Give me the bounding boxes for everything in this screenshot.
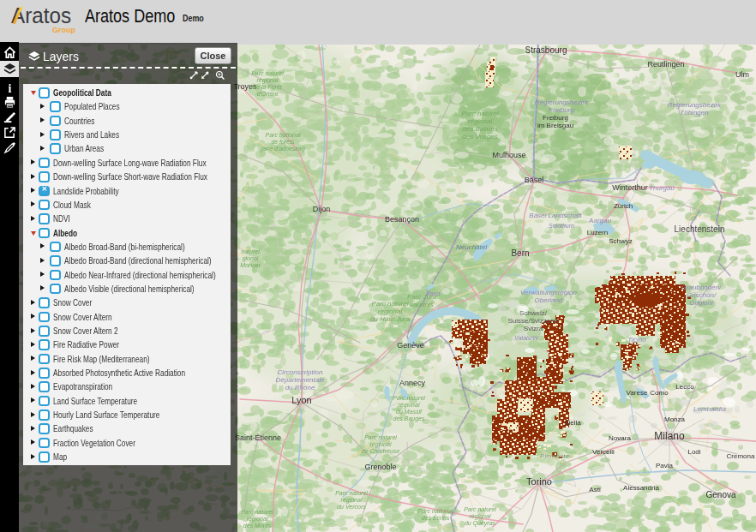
svg-text:Monza: Monza	[664, 415, 686, 423]
svg-text:du Vercors: du Vercors	[337, 504, 366, 510]
svg-text:Vercelli: Vercelli	[592, 448, 615, 456]
svg-text:im Breisgau: im Breisgau	[537, 122, 573, 129]
svg-text:Parc naturel: Parc naturel	[371, 300, 408, 308]
svg-text:Asti: Asti	[589, 486, 601, 493]
svg-text:Parc national: Parc national	[266, 132, 301, 138]
svg-text:Verwaltungsregion: Verwaltungsregion	[520, 289, 578, 296]
svg-text:Grenoble: Grenoble	[364, 463, 396, 471]
svg-text:Pavia: Pavia	[656, 462, 674, 469]
svg-text:Grischùn/: Grischùn/	[687, 291, 717, 299]
svg-text:Piemonte: Piemonte	[540, 452, 569, 460]
svg-text:Départementale: Départementale	[276, 376, 325, 384]
svg-text:Parc naturel: Parc naturel	[393, 395, 425, 401]
svg-text:régional: régional	[470, 513, 491, 520]
svg-text:Parc naturel: Parc naturel	[251, 70, 284, 76]
svg-text:vaudois: vaudois	[410, 301, 434, 308]
svg-text:Schwyz: Schwyz	[609, 237, 633, 245]
svg-text:Grigioni: Grigioni	[689, 299, 713, 307]
svg-text:d'Orient: d'Orient	[257, 91, 279, 97]
svg-text:Mulhouse: Mulhouse	[492, 151, 525, 159]
svg-text:des Ballons: des Ballons	[462, 125, 497, 133]
svg-text:Annecy: Annecy	[399, 379, 426, 387]
svg-text:Biella: Biella	[564, 419, 581, 427]
svg-text:du Queyras: du Queyras	[465, 520, 496, 527]
svg-text:Lombardia: Lombardia	[693, 405, 726, 413]
svg-text:Tübingen: Tübingen	[680, 109, 709, 117]
svg-text:Parc national: Parc national	[418, 508, 453, 514]
svg-text:Freiburg: Freiburg	[549, 106, 574, 114]
svg-text:Lyon: Lyon	[291, 395, 311, 405]
svg-text:Vaud: Vaud	[426, 290, 441, 296]
svg-text:régional: régional	[341, 497, 363, 504]
svg-text:des Écrins: des Écrins	[422, 514, 450, 521]
svg-text:naturel: naturel	[241, 248, 260, 254]
svg-text:régional: régional	[378, 308, 403, 315]
svg-text:Liechtenstein: Liechtenstein	[675, 224, 725, 234]
svg-text:(aire d'adhésion): (aire d'adhésion)	[261, 146, 305, 152]
svg-text:Bern: Bern	[511, 248, 529, 258]
svg-text:Ulm: Ulm	[735, 70, 749, 79]
svg-text:Bâsel Landschaft: Bâsel Landschaft	[529, 212, 582, 219]
svg-text:i: i	[8, 82, 11, 95]
svg-text:Lecco: Lecco	[675, 383, 694, 391]
svg-text:Valais/W: Valais/W	[514, 335, 539, 341]
svg-text:régional: régional	[257, 77, 279, 84]
svg-text:du Massif: du Massif	[396, 409, 423, 415]
svg-text:Ticino: Ticino	[627, 336, 646, 344]
svg-text:Milano: Milano	[654, 430, 685, 442]
svg-text:régional: régional	[247, 516, 268, 523]
svg-text:Como: Como	[650, 389, 669, 397]
svg-text:Regierungsbezirk: Regierungsbezirk	[535, 99, 589, 106]
svg-text:des Vosges: des Vosges	[462, 133, 498, 140]
svg-text:Parc naturel: Parc naturel	[335, 490, 368, 496]
svg-text:Morvan: Morvan	[240, 262, 260, 268]
svg-text:régional: régional	[370, 441, 392, 448]
svg-text:Aargau: Aargau	[588, 217, 611, 224]
svg-text:Oberland: Oberland	[535, 296, 563, 304]
svg-text:Lodi: Lodi	[687, 448, 700, 456]
svg-text:de forêts: de forêts	[271, 139, 295, 145]
svg-text:Freiburg: Freiburg	[543, 114, 568, 122]
svg-text:régional: régional	[468, 117, 493, 125]
svg-text:Parc naturel: Parc naturel	[461, 110, 498, 117]
svg-text:Saint-Étienne: Saint-Étienne	[235, 433, 281, 442]
svg-text:Varese: Varese	[627, 389, 648, 397]
svg-text:Parc naturel: Parc naturel	[241, 509, 273, 515]
svg-text:des Monts: des Monts	[243, 523, 272, 529]
svg-text:Circonscription: Circonscription	[278, 368, 323, 376]
svg-text:Suisse/Svizzera/: Suisse/Svizzera/	[507, 317, 559, 325]
svg-text:gional: gional	[243, 255, 259, 262]
svg-text:Torino: Torino	[526, 476, 552, 487]
svg-text:Besançon: Besançon	[385, 215, 419, 224]
svg-text:Genova: Genova	[705, 490, 735, 499]
svg-text:Winterthur: Winterthur	[612, 183, 648, 192]
svg-text:Regierungsbezirk: Regierungsbezirk	[668, 101, 722, 109]
svg-text:Parc naturel: Parc naturel	[364, 434, 397, 440]
svg-text:Neuchâtel: Neuchâtel	[456, 243, 487, 251]
svg-text:Basel: Basel	[525, 176, 544, 184]
svg-text:Reutlingen: Reutlingen	[647, 60, 684, 69]
svg-text:Strasbourg: Strasbourg	[525, 45, 567, 55]
svg-text:des Bauges: des Bauges	[393, 415, 425, 422]
svg-text:Novara: Novara	[609, 434, 631, 442]
svg-text:Solothurn: Solothurn	[549, 223, 574, 229]
svg-text:Parc naturel: Parc naturel	[464, 506, 496, 512]
svg-text:de Chartreuse: de Chartreuse	[362, 448, 399, 454]
svg-text:Alessandria: Alessandria	[623, 484, 659, 492]
svg-text:de la Forêt: de la Forêt	[253, 84, 283, 90]
svg-text:du Rhône: du Rhône	[285, 384, 315, 392]
svg-text:Thurgau: Thurgau	[649, 184, 675, 192]
svg-text:Genève: Genève	[397, 341, 424, 350]
svg-text:du Haut-Jura: du Haut-Jura	[370, 315, 411, 323]
svg-text:Graubünden/: Graubünden/	[681, 284, 722, 291]
svg-text:Dijon: Dijon	[313, 205, 331, 213]
svg-text:Schweiz/: Schweiz/	[519, 309, 548, 317]
svg-text:régional: régional	[399, 402, 420, 409]
svg-text:Cremona: Cremona	[727, 452, 755, 460]
svg-text:Zürich: Zürich	[614, 202, 633, 210]
svg-text:Luzern: Luzern	[587, 229, 608, 236]
svg-text:Svizra: Svizra	[524, 325, 543, 332]
